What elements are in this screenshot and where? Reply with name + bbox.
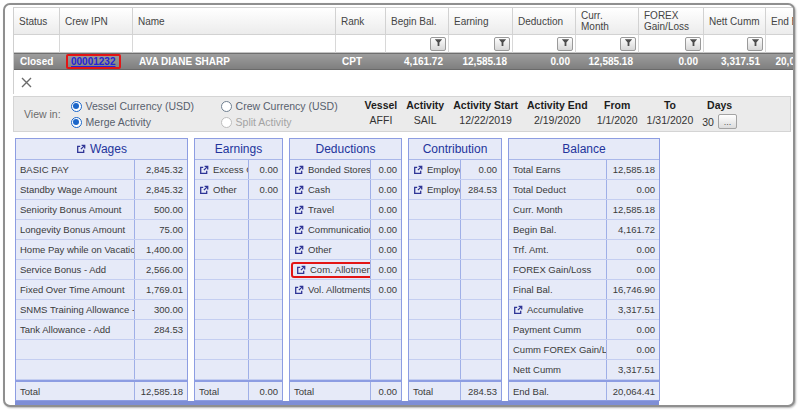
radio-label: Vessel Currency (USD)	[86, 100, 195, 112]
column-header-status[interactable]: Status	[14, 7, 60, 35]
filter-button-begin-bal[interactable]	[430, 37, 446, 51]
radio-label: Crew Currency (USD)	[236, 100, 338, 112]
grid-header-row: Status Crew IPN Name Rank Begin Bal. Ear…	[14, 7, 795, 35]
balance-panel-title: Balance	[509, 139, 659, 160]
wage-row: SNMS Training Allowance - Add300.00	[16, 300, 187, 320]
total-label: Total	[16, 382, 135, 400]
column-header-name[interactable]: Name	[133, 7, 336, 35]
filter-button-earning[interactable]	[494, 37, 510, 51]
filter-input-name[interactable]	[133, 35, 336, 53]
column-header-begin-bal[interactable]: Begin Bal.	[386, 7, 449, 35]
deduction-row: Travel0.00	[290, 200, 401, 220]
cell-crew-ipn: 00001232	[60, 53, 133, 70]
balance-value: 3,317.51	[607, 300, 659, 319]
radio-vessel-currency[interactable]: Vessel Currency (USD)	[71, 100, 221, 112]
field-label: Activity End	[527, 99, 588, 111]
crew-row-selected[interactable]: Closed 00001232 AVA DIANE SHARP CPT 4,16…	[14, 53, 795, 70]
filter-input-crew-ipn[interactable]	[60, 35, 133, 53]
balance-label: Final Bal.	[509, 280, 607, 299]
panel-title-text: Deductions	[315, 142, 375, 156]
column-header-curr-month[interactable]: Curr. Month	[576, 7, 639, 35]
balance-value: 0.00	[607, 340, 659, 359]
field-label: Activity Start	[453, 99, 518, 111]
filter-input-rank[interactable]	[336, 35, 386, 53]
deduction-value: 0.00	[371, 160, 401, 179]
field-value: AFFI	[370, 114, 393, 126]
balance-row: Cumm FOREX Gain/Loss0.00	[509, 340, 659, 360]
filter-button-nett-cumm[interactable]	[747, 37, 763, 51]
total-label: Total	[290, 382, 371, 400]
external-link-icon[interactable]	[76, 144, 86, 154]
filter-input-status[interactable]	[14, 35, 60, 53]
column-header-end-bal[interactable]: End Bal.	[766, 7, 795, 35]
external-link-icon[interactable]	[294, 165, 304, 175]
deductions-total-row: Total0.00	[290, 380, 401, 400]
radio-merge-activity[interactable]: Merge Activity	[71, 116, 221, 128]
deduction-value: 0.00	[371, 240, 401, 259]
balance-value: 0.00	[607, 320, 659, 339]
filter-input-deduction[interactable]	[513, 35, 576, 53]
column-header-crew-ipn[interactable]: Crew IPN	[60, 7, 133, 35]
external-link-icon[interactable]	[413, 185, 423, 195]
crew-ipn-link[interactable]: 00001232	[71, 56, 116, 67]
filter-button-deduction[interactable]	[557, 37, 573, 51]
filter-input-curr-month[interactable]	[576, 35, 639, 53]
empty-row	[409, 280, 501, 300]
balance-row: Curr. Month12,585.18	[509, 200, 659, 220]
external-link-icon[interactable]	[294, 225, 304, 235]
grid-filter-row	[14, 35, 795, 53]
field-value: 1/1/2020	[597, 114, 638, 126]
filter-input-end-bal[interactable]	[766, 35, 795, 53]
external-link-icon[interactable]	[294, 205, 304, 215]
external-link-icon[interactable]	[199, 165, 209, 175]
field-activity-end: Activity End2/19/2020	[527, 99, 588, 129]
deduction-value: 0.00	[371, 280, 401, 299]
external-link-icon[interactable]	[296, 265, 306, 275]
wage-row: BASIC PAY2,845.32	[16, 160, 187, 180]
empty-row	[16, 360, 187, 380]
column-header-earning[interactable]: Earning	[449, 7, 513, 35]
total-value: 12,585.18	[135, 382, 187, 400]
external-link-icon[interactable]	[294, 285, 304, 295]
close-icon[interactable]	[20, 76, 33, 89]
balance-value: 0.00	[607, 260, 659, 279]
column-header-deduction[interactable]: Deduction	[513, 7, 576, 35]
radio-crew-currency[interactable]: Crew Currency (USD)	[221, 100, 351, 112]
external-link-icon[interactable]	[294, 185, 304, 195]
field-activity: ActivitySAIL	[406, 99, 444, 129]
earning-row: Excess OT0.00	[195, 160, 282, 180]
balance-label: Curr. Month	[509, 200, 607, 219]
contribution-label: Employer	[427, 184, 461, 195]
filter-button-forex[interactable]	[685, 37, 701, 51]
external-link-icon[interactable]	[513, 305, 523, 315]
empty-row	[195, 240, 282, 260]
column-header-nett-cumm[interactable]: Nett Cumm	[704, 7, 766, 35]
external-link-icon[interactable]	[413, 165, 423, 175]
balance-row: Begin Bal.4,161.72	[509, 220, 659, 240]
column-header-rank[interactable]: Rank	[336, 7, 386, 35]
view-in-label: View in:	[24, 108, 61, 120]
radio-split-activity[interactable]: Split Activity	[221, 116, 351, 128]
wage-value: 1,769.01	[135, 280, 187, 299]
filter-input-earning[interactable]	[449, 35, 513, 53]
filter-input-forex[interactable]	[639, 35, 704, 53]
balance-row: Total Deduct0.00	[509, 180, 659, 200]
column-header-forex[interactable]: FOREX Gain/Loss	[639, 7, 704, 35]
wages-panel-title: Wages	[16, 139, 187, 160]
external-link-icon[interactable]	[294, 245, 304, 255]
cell-nett-cumm: 3,317.51	[704, 53, 766, 70]
wage-label: Tank Allowance - Add	[16, 320, 135, 339]
wage-row: Longevity Bonus Amount75.00	[16, 220, 187, 240]
external-link-icon[interactable]	[199, 185, 209, 195]
contribution-value: 284.53	[461, 180, 501, 199]
wage-row: Tank Allowance - Add284.53	[16, 320, 187, 340]
filter-button-curr-month[interactable]	[620, 37, 636, 51]
filter-input-nett-cumm[interactable]	[704, 35, 766, 53]
deductions-panel: Deductions Bonded Stores0.00 Cash0.00 Tr…	[289, 138, 402, 401]
wage-label: SNMS Training Allowance - Add	[16, 300, 135, 319]
balance-label: FOREX Gain/Loss	[509, 260, 607, 279]
balance-label: Payment Cumm	[509, 320, 607, 339]
wage-label: Standby Wage Amount	[16, 180, 135, 199]
ellipsis-button[interactable]: ...	[718, 114, 737, 129]
filter-input-begin-bal[interactable]	[386, 35, 449, 53]
